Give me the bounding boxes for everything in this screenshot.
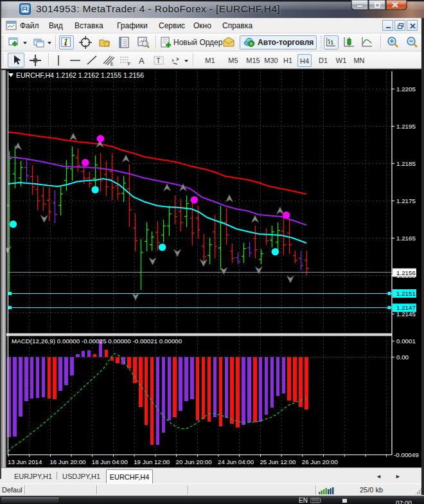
svg-text:1.2185: 1.2185: [396, 160, 416, 167]
svg-text:24 Jun 04:00: 24 Jun 04:00: [218, 458, 254, 465]
svg-text:0.00: 0.00: [396, 354, 409, 361]
svg-text:1.2175: 1.2175: [396, 197, 416, 204]
svg-text:18 Jun 04:00: 18 Jun 04:00: [92, 458, 128, 465]
svg-text:26 Jun 20:00: 26 Jun 20:00: [302, 458, 339, 465]
svg-text:25 Jun 12:00: 25 Jun 12:00: [260, 458, 296, 465]
svg-text:A: A: [139, 56, 145, 66]
svg-text:T: T: [157, 57, 161, 64]
svg-text:E: E: [110, 62, 114, 66]
svg-text:MACD(12,26,9) 0.00000 -0.00025: MACD(12,26,9) 0.00000 -0.00025 0.00000 -…: [12, 338, 182, 345]
svg-text:1.2205: 1.2205: [396, 86, 416, 93]
svg-text:1.2151: 1.2151: [396, 290, 416, 297]
svg-text:20 Jun 20:00: 20 Jun 20:00: [176, 458, 213, 465]
svg-text:1.2195: 1.2195: [396, 123, 416, 130]
svg-text:-0.00049: -0.00049: [394, 451, 419, 458]
svg-text:1.2165: 1.2165: [396, 235, 416, 242]
svg-text:19 Jun 12:00: 19 Jun 12:00: [134, 458, 170, 465]
svg-text:1.2145: 1.2145: [396, 310, 416, 318]
svg-text:1.2156: 1.2156: [396, 269, 416, 276]
svg-text:16 Jun 20:00: 16 Jun 20:00: [49, 458, 86, 465]
svg-text:F: F: [128, 62, 130, 66]
svg-text:0.0001: 0.0001: [396, 338, 416, 345]
svg-text:EURCHF,H4 1.2162 1.2162 1.215: EURCHF,H4 1.2162 1.2162 1.2155 1.2156: [16, 71, 144, 79]
svg-text:13 Jun 2014: 13 Jun 2014: [8, 458, 42, 465]
